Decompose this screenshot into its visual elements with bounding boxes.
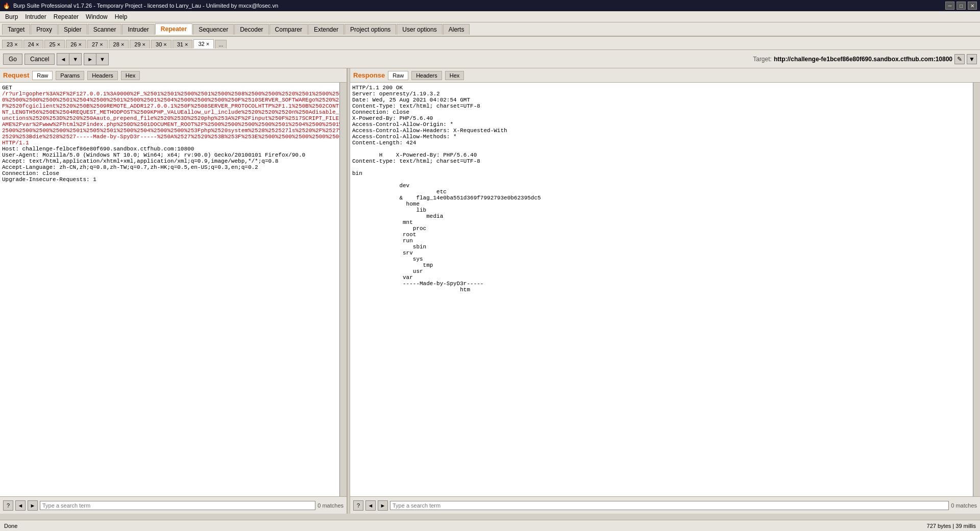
target-label: Target:	[753, 56, 772, 63]
request-content: GET /r?url=gopher%3A%2F%2F127.0.0.1%3A90…	[0, 83, 347, 496]
tab-proxy[interactable]: Proxy	[31, 24, 58, 35]
tab-extender[interactable]: Extender	[308, 24, 344, 35]
status-bar: Done 727 bytes | 39 millis	[0, 520, 980, 531]
target-menu-button[interactable]: ▼	[967, 54, 977, 64]
subtab-28[interactable]: 28 ×	[109, 40, 129, 48]
main-area: Request Raw Params Headers Hex GET /r?ur…	[0, 68, 980, 514]
status-done: Done	[4, 523, 17, 529]
back-drop-button[interactable]: ▼	[69, 54, 81, 65]
subtab-29[interactable]: 29 ×	[130, 40, 150, 48]
forward-button[interactable]: ►	[84, 54, 96, 65]
menu-intruder[interactable]: Intruder	[22, 13, 49, 21]
tab-intruder[interactable]: Intruder	[122, 24, 154, 35]
cancel-button[interactable]: Cancel	[24, 54, 55, 65]
response-panel: Response Raw Headers Hex HTTP/1.1 200 OK…	[350, 68, 980, 514]
request-panel: Request Raw Params Headers Hex GET /r?ur…	[0, 68, 347, 514]
response-scrollbar[interactable]	[973, 83, 980, 496]
app-icon: 🔥	[3, 3, 10, 9]
request-help-button[interactable]: ?	[3, 500, 13, 511]
title-bar-title: 🔥 Burp Suite Professional v1.7.26 - Temp…	[3, 3, 278, 9]
request-scrollbar[interactable]	[339, 83, 347, 496]
request-search-bar: ? ◄ ► 0 matches	[0, 496, 347, 514]
response-match-count: 0 matches	[951, 502, 977, 509]
tab-sequencer[interactable]: Sequencer	[193, 24, 234, 35]
title-bar: 🔥 Burp Suite Professional v1.7.26 - Temp…	[0, 0, 980, 11]
tab-alerts[interactable]: Alerts	[443, 24, 470, 35]
subtab-23[interactable]: 23 ×	[2, 40, 22, 48]
response-title: Response	[353, 71, 385, 79]
minimize-button[interactable]: ─	[945, 2, 954, 10]
title-bar-controls: ─ □ ✕	[945, 2, 977, 10]
tab-comparer[interactable]: Comparer	[270, 24, 308, 35]
menu-window[interactable]: Window	[83, 13, 111, 21]
menu-help[interactable]: Help	[112, 13, 131, 21]
menu-repeater[interactable]: Repeater	[51, 13, 82, 21]
response-search-prev[interactable]: ◄	[365, 500, 376, 511]
response-search-next[interactable]: ►	[378, 500, 388, 511]
request-panel-header: Request Raw Params Headers Hex	[0, 68, 347, 83]
subtab-32[interactable]: 32 ×	[193, 39, 214, 48]
request-tab-hex[interactable]: Hex	[121, 71, 140, 80]
request-search-input[interactable]	[40, 501, 315, 510]
response-search-input[interactable]	[390, 501, 949, 510]
repeater-subtab-bar: 23 × 24 × 25 × 26 × 27 × 28 × 29 × 30 × …	[0, 37, 980, 50]
forward-drop-button[interactable]: ▼	[96, 54, 108, 65]
response-text-area[interactable]: HTTP/1.1 200 OK Server: openresty/1.19.3…	[350, 83, 980, 496]
request-search-prev[interactable]: ◄	[15, 500, 26, 511]
response-tab-hex[interactable]: Hex	[445, 71, 464, 80]
response-help-button[interactable]: ?	[353, 500, 363, 511]
response-search-bar: ? ◄ ► 0 matches	[350, 496, 980, 514]
request-title: Request	[3, 71, 29, 79]
request-tab-params[interactable]: Params	[56, 71, 84, 80]
response-tab-raw[interactable]: Raw	[388, 71, 408, 80]
menu-bar: Burp Intruder Repeater Window Help	[0, 11, 980, 22]
subtab-25[interactable]: 25 ×	[44, 40, 65, 48]
restore-button[interactable]: □	[957, 2, 966, 10]
request-text-area[interactable]: GET /r?url=gopher%3A%2F%2F127.0.0.1%3A90…	[0, 83, 347, 496]
subtab-31[interactable]: 31 ×	[173, 40, 193, 48]
menu-burp[interactable]: Burp	[2, 13, 21, 21]
request-tab-raw[interactable]: Raw	[32, 71, 53, 80]
close-button[interactable]: ✕	[968, 2, 977, 10]
target-url: http://challenge-fe1bcef86e80f690.sandbo…	[774, 56, 952, 63]
main-tab-bar: Target Proxy Spider Scanner Intruder Rep…	[0, 22, 980, 37]
tab-scanner[interactable]: Scanner	[88, 24, 122, 35]
go-button[interactable]: Go	[3, 54, 22, 65]
tab-target[interactable]: Target	[2, 24, 30, 35]
subtab-26[interactable]: 26 ×	[66, 40, 86, 48]
subtab-30[interactable]: 30 ×	[151, 40, 172, 48]
status-info: 727 bytes | 39 millis	[927, 523, 976, 529]
response-content: HTTP/1.1 200 OK Server: openresty/1.19.3…	[350, 83, 980, 496]
subtab-more[interactable]: ...	[215, 40, 227, 48]
tab-project-options[interactable]: Project options	[345, 24, 396, 35]
response-tab-headers[interactable]: Headers	[411, 71, 442, 80]
toolbar: Go Cancel ◄ ▼ ► ▼ Target: http://challen…	[0, 50, 980, 68]
response-panel-header: Response Raw Headers Hex	[350, 68, 980, 83]
subtab-24[interactable]: 24 ×	[23, 40, 44, 48]
request-match-count: 0 matches	[317, 502, 344, 509]
tab-user-options[interactable]: User options	[397, 24, 442, 35]
subtab-27[interactable]: 27 ×	[87, 40, 108, 48]
nav-forward-group: ► ▼	[84, 53, 109, 65]
back-button[interactable]: ◄	[57, 54, 69, 65]
tab-repeater[interactable]: Repeater	[155, 23, 192, 35]
edit-target-button[interactable]: ✎	[954, 54, 965, 64]
request-search-next[interactable]: ►	[28, 500, 38, 511]
nav-back-group: ◄ ▼	[57, 53, 82, 65]
request-tab-headers[interactable]: Headers	[87, 71, 118, 80]
target-bar: Target: http://challenge-fe1bcef86e80f69…	[753, 54, 977, 64]
tab-spider[interactable]: Spider	[58, 24, 87, 35]
window-title: Burp Suite Professional v1.7.26 - Tempor…	[13, 3, 278, 9]
tab-decoder[interactable]: Decoder	[234, 24, 268, 35]
